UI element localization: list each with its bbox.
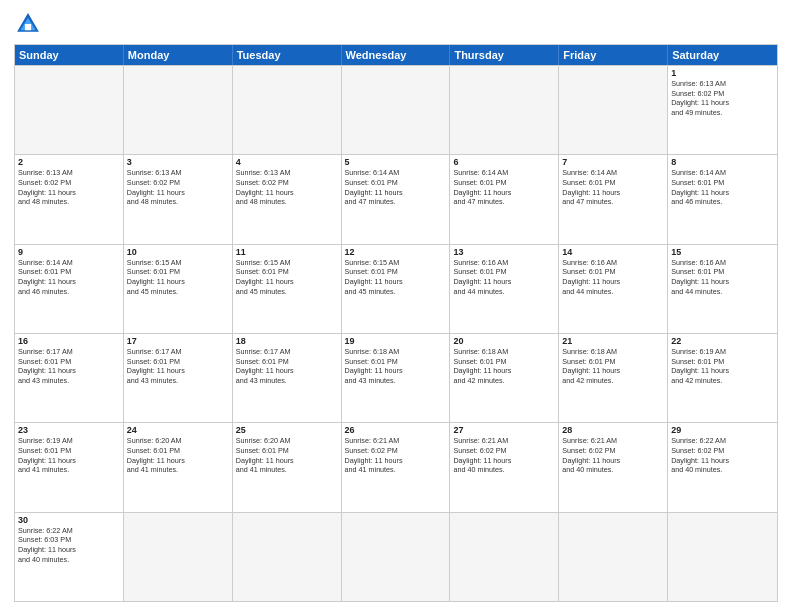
calendar-cell: 9Sunrise: 6:14 AMSunset: 6:01 PMDaylight… [15, 245, 124, 333]
cell-info: Sunrise: 6:21 AMSunset: 6:02 PMDaylight:… [453, 436, 555, 475]
cell-info: Sunrise: 6:14 AMSunset: 6:01 PMDaylight:… [18, 258, 120, 297]
calendar-cell: 10Sunrise: 6:15 AMSunset: 6:01 PMDayligh… [124, 245, 233, 333]
calendar-cell: 4Sunrise: 6:13 AMSunset: 6:02 PMDaylight… [233, 155, 342, 243]
calendar-cell: 27Sunrise: 6:21 AMSunset: 6:02 PMDayligh… [450, 423, 559, 511]
day-number: 4 [236, 157, 338, 167]
cell-info: Sunrise: 6:20 AMSunset: 6:01 PMDaylight:… [236, 436, 338, 475]
calendar-cell [15, 66, 124, 154]
cell-info: Sunrise: 6:14 AMSunset: 6:01 PMDaylight:… [671, 168, 774, 207]
day-number: 1 [671, 68, 774, 78]
week-row: 2Sunrise: 6:13 AMSunset: 6:02 PMDaylight… [15, 154, 777, 243]
day-number: 28 [562, 425, 664, 435]
calendar-cell: 7Sunrise: 6:14 AMSunset: 6:01 PMDaylight… [559, 155, 668, 243]
calendar-cell: 5Sunrise: 6:14 AMSunset: 6:01 PMDaylight… [342, 155, 451, 243]
day-number: 21 [562, 336, 664, 346]
cell-info: Sunrise: 6:21 AMSunset: 6:02 PMDaylight:… [345, 436, 447, 475]
day-number: 30 [18, 515, 120, 525]
cell-info: Sunrise: 6:22 AMSunset: 6:02 PMDaylight:… [671, 436, 774, 475]
day-header: Wednesday [342, 45, 451, 65]
cell-info: Sunrise: 6:18 AMSunset: 6:01 PMDaylight:… [345, 347, 447, 386]
week-row: 16Sunrise: 6:17 AMSunset: 6:01 PMDayligh… [15, 333, 777, 422]
calendar-cell: 14Sunrise: 6:16 AMSunset: 6:01 PMDayligh… [559, 245, 668, 333]
cell-info: Sunrise: 6:13 AMSunset: 6:02 PMDaylight:… [236, 168, 338, 207]
cell-info: Sunrise: 6:14 AMSunset: 6:01 PMDaylight:… [562, 168, 664, 207]
day-header: Tuesday [233, 45, 342, 65]
calendar-cell [124, 66, 233, 154]
calendar-cell [559, 513, 668, 601]
day-number: 10 [127, 247, 229, 257]
calendar-cell: 16Sunrise: 6:17 AMSunset: 6:01 PMDayligh… [15, 334, 124, 422]
calendar-cell [450, 66, 559, 154]
cell-info: Sunrise: 6:16 AMSunset: 6:01 PMDaylight:… [562, 258, 664, 297]
cell-info: Sunrise: 6:15 AMSunset: 6:01 PMDaylight:… [236, 258, 338, 297]
calendar-cell [559, 66, 668, 154]
day-number: 12 [345, 247, 447, 257]
day-header: Monday [124, 45, 233, 65]
cell-info: Sunrise: 6:13 AMSunset: 6:02 PMDaylight:… [18, 168, 120, 207]
week-row: 30Sunrise: 6:22 AMSunset: 6:03 PMDayligh… [15, 512, 777, 601]
calendar-cell: 6Sunrise: 6:14 AMSunset: 6:01 PMDaylight… [450, 155, 559, 243]
week-row: 1Sunrise: 6:13 AMSunset: 6:02 PMDaylight… [15, 65, 777, 154]
calendar-cell: 8Sunrise: 6:14 AMSunset: 6:01 PMDaylight… [668, 155, 777, 243]
cell-info: Sunrise: 6:22 AMSunset: 6:03 PMDaylight:… [18, 526, 120, 565]
day-number: 22 [671, 336, 774, 346]
day-number: 25 [236, 425, 338, 435]
cell-info: Sunrise: 6:14 AMSunset: 6:01 PMDaylight:… [345, 168, 447, 207]
day-number: 15 [671, 247, 774, 257]
day-number: 19 [345, 336, 447, 346]
day-number: 2 [18, 157, 120, 167]
svg-rect-2 [25, 24, 31, 30]
cell-info: Sunrise: 6:19 AMSunset: 6:01 PMDaylight:… [18, 436, 120, 475]
day-number: 9 [18, 247, 120, 257]
calendar-cell: 25Sunrise: 6:20 AMSunset: 6:01 PMDayligh… [233, 423, 342, 511]
calendar-cell: 19Sunrise: 6:18 AMSunset: 6:01 PMDayligh… [342, 334, 451, 422]
calendar-cell [668, 513, 777, 601]
day-number: 24 [127, 425, 229, 435]
calendar-cell: 21Sunrise: 6:18 AMSunset: 6:01 PMDayligh… [559, 334, 668, 422]
calendar-cell: 22Sunrise: 6:19 AMSunset: 6:01 PMDayligh… [668, 334, 777, 422]
cell-info: Sunrise: 6:18 AMSunset: 6:01 PMDaylight:… [453, 347, 555, 386]
day-number: 11 [236, 247, 338, 257]
cell-info: Sunrise: 6:14 AMSunset: 6:01 PMDaylight:… [453, 168, 555, 207]
calendar-cell [233, 513, 342, 601]
calendar-cell [342, 66, 451, 154]
calendar-cell: 3Sunrise: 6:13 AMSunset: 6:02 PMDaylight… [124, 155, 233, 243]
week-row: 9Sunrise: 6:14 AMSunset: 6:01 PMDaylight… [15, 244, 777, 333]
cell-info: Sunrise: 6:13 AMSunset: 6:02 PMDaylight:… [127, 168, 229, 207]
week-row: 23Sunrise: 6:19 AMSunset: 6:01 PMDayligh… [15, 422, 777, 511]
day-headers: SundayMondayTuesdayWednesdayThursdayFrid… [15, 45, 777, 65]
logo [14, 10, 46, 38]
weeks: 1Sunrise: 6:13 AMSunset: 6:02 PMDaylight… [15, 65, 777, 601]
calendar-cell: 20Sunrise: 6:18 AMSunset: 6:01 PMDayligh… [450, 334, 559, 422]
day-number: 27 [453, 425, 555, 435]
day-header: Saturday [668, 45, 777, 65]
cell-info: Sunrise: 6:17 AMSunset: 6:01 PMDaylight:… [18, 347, 120, 386]
calendar-cell: 17Sunrise: 6:17 AMSunset: 6:01 PMDayligh… [124, 334, 233, 422]
cell-info: Sunrise: 6:20 AMSunset: 6:01 PMDaylight:… [127, 436, 229, 475]
cell-info: Sunrise: 6:19 AMSunset: 6:01 PMDaylight:… [671, 347, 774, 386]
page: SundayMondayTuesdayWednesdayThursdayFrid… [0, 0, 792, 612]
calendar-cell: 2Sunrise: 6:13 AMSunset: 6:02 PMDaylight… [15, 155, 124, 243]
calendar-cell [233, 66, 342, 154]
calendar-cell: 30Sunrise: 6:22 AMSunset: 6:03 PMDayligh… [15, 513, 124, 601]
calendar-cell: 28Sunrise: 6:21 AMSunset: 6:02 PMDayligh… [559, 423, 668, 511]
day-number: 5 [345, 157, 447, 167]
cell-info: Sunrise: 6:18 AMSunset: 6:01 PMDaylight:… [562, 347, 664, 386]
day-number: 16 [18, 336, 120, 346]
calendar-cell [342, 513, 451, 601]
logo-icon [14, 10, 42, 38]
day-header: Friday [559, 45, 668, 65]
calendar-cell: 15Sunrise: 6:16 AMSunset: 6:01 PMDayligh… [668, 245, 777, 333]
cell-info: Sunrise: 6:17 AMSunset: 6:01 PMDaylight:… [236, 347, 338, 386]
day-number: 26 [345, 425, 447, 435]
day-number: 6 [453, 157, 555, 167]
header [14, 10, 778, 38]
day-number: 18 [236, 336, 338, 346]
calendar-cell: 24Sunrise: 6:20 AMSunset: 6:01 PMDayligh… [124, 423, 233, 511]
day-header: Thursday [450, 45, 559, 65]
day-number: 13 [453, 247, 555, 257]
cell-info: Sunrise: 6:15 AMSunset: 6:01 PMDaylight:… [127, 258, 229, 297]
calendar-cell: 11Sunrise: 6:15 AMSunset: 6:01 PMDayligh… [233, 245, 342, 333]
cell-info: Sunrise: 6:16 AMSunset: 6:01 PMDaylight:… [453, 258, 555, 297]
day-number: 29 [671, 425, 774, 435]
